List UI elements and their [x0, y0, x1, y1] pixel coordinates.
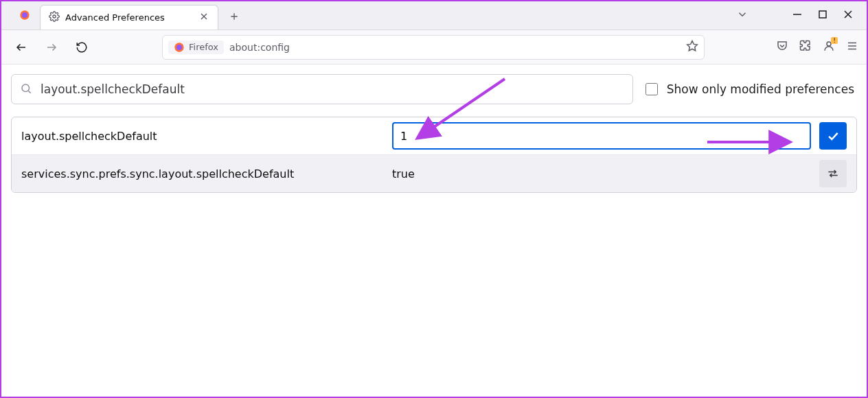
pocket-icon[interactable] — [776, 40, 788, 54]
app-menu-button[interactable] — [846, 40, 858, 54]
url-text: about:config — [229, 42, 681, 53]
window-close-button[interactable] — [843, 10, 853, 21]
svg-rect-4 — [819, 11, 826, 18]
nav-forward-button[interactable] — [40, 36, 63, 59]
svg-point-14 — [22, 84, 30, 92]
new-tab-button[interactable] — [222, 5, 246, 28]
window-maximize-button[interactable] — [819, 10, 827, 21]
url-bar[interactable]: Firefox about:config — [162, 35, 705, 60]
extensions-icon[interactable] — [799, 40, 812, 54]
browser-tab[interactable]: Advanced Preferences — [40, 5, 218, 30]
window-controls — [736, 1, 867, 30]
pref-toggle-button[interactable] — [819, 160, 847, 187]
window-minimize-button[interactable] — [792, 10, 802, 21]
svg-marker-9 — [687, 41, 698, 51]
pref-row: services.sync.prefs.sync.layout.spellche… — [12, 154, 856, 192]
pref-row: layout.spellcheckDefault — [12, 117, 856, 154]
svg-point-2 — [53, 15, 56, 18]
firefox-app-icon — [10, 1, 40, 30]
show-only-modified-label: Show only modified preferences — [667, 82, 854, 96]
pref-search-box[interactable] — [11, 74, 633, 104]
identity-label: Firefox — [189, 42, 218, 52]
search-icon — [20, 82, 32, 97]
tab-strip: Advanced Preferences — [1, 1, 867, 30]
nav-toolbar: Firefox about:config ! — [1, 30, 867, 65]
pref-value: true — [392, 167, 811, 180]
show-only-modified-toggle[interactable]: Show only modified preferences — [643, 81, 857, 97]
nav-reload-button[interactable] — [70, 36, 93, 59]
identity-box[interactable]: Firefox — [168, 40, 224, 54]
svg-point-8 — [176, 45, 182, 50]
tab-title: Advanced Preferences — [65, 12, 193, 23]
account-icon[interactable]: ! — [823, 40, 835, 54]
bookmark-star-icon[interactable] — [686, 40, 698, 54]
pref-name: layout.spellcheckDefault — [21, 130, 392, 143]
svg-line-15 — [28, 91, 30, 93]
close-tab-icon[interactable] — [198, 11, 209, 24]
nav-back-button[interactable] — [10, 36, 33, 59]
pref-save-button[interactable] — [819, 122, 847, 150]
pref-table: layout.spellcheckDefault services.sync.p… — [11, 117, 857, 193]
tab-list-dropdown-icon[interactable] — [736, 8, 749, 23]
pref-search-input[interactable] — [39, 82, 624, 97]
show-only-modified-checkbox[interactable] — [646, 83, 658, 95]
gear-icon — [49, 11, 60, 24]
about-config-page: Show only modified preferences layout.sp… — [1, 65, 867, 397]
pref-value-input[interactable] — [392, 122, 811, 150]
svg-point-1 — [22, 12, 27, 18]
pref-name: services.sync.prefs.sync.layout.spellche… — [21, 167, 392, 180]
